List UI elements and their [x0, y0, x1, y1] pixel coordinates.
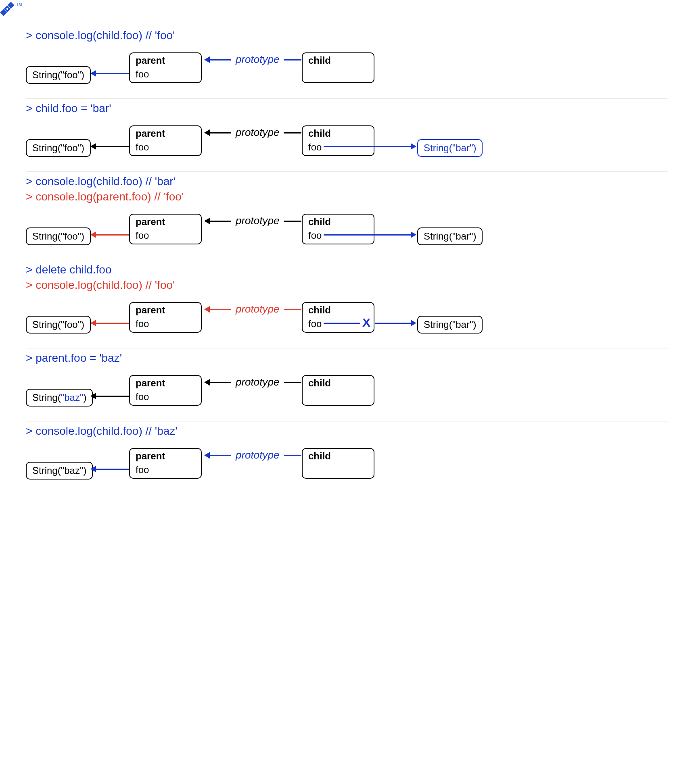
arrow-line	[324, 146, 411, 147]
child-label: child	[303, 126, 374, 141]
string-baz-box: String("baz")	[26, 462, 93, 480]
child-label: child	[303, 215, 374, 229]
logo-icon	[0, 0, 16, 20]
parent-foo-row: foo	[130, 141, 201, 155]
arrow-line	[210, 221, 231, 222]
parent-box: parent foo	[129, 302, 202, 333]
arrow-head	[204, 379, 210, 386]
baz-suffix: )	[83, 465, 86, 476]
parent-label: parent	[130, 53, 201, 68]
parent-foo-row: foo	[130, 463, 201, 478]
arrow-head	[204, 56, 210, 63]
child-box: child foo	[302, 125, 374, 156]
arrow-line	[96, 234, 129, 236]
child-empty-row	[303, 68, 374, 82]
arrow-line	[96, 73, 129, 74]
diagram-5: String("baz") parent foo child prototype	[26, 373, 668, 413]
arrow-line	[96, 396, 129, 397]
x-icon: X	[362, 316, 370, 329]
arrow-line	[284, 221, 301, 222]
arrow-head	[90, 393, 96, 399]
cmd-line: > console.log(parent.foo) // 'foo'	[26, 190, 668, 203]
section-1: > console.log(child.foo) // 'foo' String…	[26, 29, 668, 99]
arrow-line	[96, 469, 129, 470]
baz-prefix: String(	[32, 392, 61, 403]
parent-box: parent foo	[129, 125, 202, 156]
arrow-head	[411, 143, 416, 150]
child-foo-row: foo	[303, 141, 374, 155]
arrow-line	[210, 382, 231, 383]
arrow-head	[90, 231, 96, 238]
arrow-line	[210, 59, 231, 60]
arrow-line	[284, 59, 301, 60]
child-empty-row	[303, 463, 374, 478]
child-label: child	[303, 53, 374, 68]
prototype-label: prototype	[236, 449, 279, 461]
parent-foo-row: foo	[130, 317, 201, 332]
parent-label: parent	[130, 303, 201, 317]
prototype-label: prototype	[236, 215, 279, 227]
cmd-line: > parent.foo = 'baz'	[26, 352, 668, 365]
arrow-line	[324, 234, 411, 236]
baz-value: "baz"	[61, 465, 84, 476]
arrow-head	[90, 143, 96, 150]
child-label: child	[303, 376, 374, 390]
section-4: > delete child.foo > console.log(child.f…	[26, 263, 668, 348]
cmd-line: > console.log(child.foo) // 'foo'	[26, 279, 668, 292]
section-3: > console.log(child.foo) // 'bar' > cons…	[26, 175, 668, 260]
child-empty-row	[303, 390, 374, 405]
child-box: child foo	[302, 214, 374, 244]
parent-label: parent	[130, 126, 201, 141]
arrow-line	[284, 309, 301, 310]
arrow-line	[210, 309, 231, 310]
parent-box: parent foo	[129, 52, 202, 83]
cmd-line: > console.log(child.foo) // 'foo'	[26, 29, 668, 42]
section-6: > console.log(child.foo) // 'baz' String…	[26, 425, 668, 494]
diagram-content: > console.log(child.foo) // 'foo' String…	[0, 0, 694, 513]
parent-label: parent	[130, 215, 201, 229]
prototype-label: prototype	[236, 303, 279, 315]
arrow-line	[375, 323, 411, 324]
arrow-line	[210, 455, 231, 456]
arrow-head	[204, 306, 210, 313]
arrow-line	[284, 382, 301, 383]
child-box: child	[302, 448, 374, 479]
arrow-head	[204, 452, 210, 459]
parent-box: parent foo	[129, 448, 202, 479]
parent-label: parent	[130, 449, 201, 463]
prototype-label: prototype	[236, 126, 279, 139]
section-5: > parent.foo = 'baz' String("baz") paren…	[26, 352, 668, 421]
logo-trademark: TM	[16, 2, 22, 7]
diagram-3: String("foo") parent foo child foo Strin…	[26, 211, 668, 252]
arrow-head	[90, 320, 96, 326]
prototype-label: prototype	[236, 376, 279, 388]
child-label: child	[303, 449, 374, 463]
baz-value: "baz"	[61, 392, 84, 403]
string-baz-box: String("baz")	[26, 389, 93, 407]
arrow-head	[204, 218, 210, 224]
baz-suffix: )	[83, 392, 86, 403]
cmd-line: > child.foo = 'bar'	[26, 102, 668, 115]
arrow-line	[210, 132, 231, 133]
arrow-line	[324, 323, 360, 324]
child-box: child	[302, 375, 374, 406]
arrow-head	[90, 466, 96, 472]
child-foo-row: foo	[303, 229, 374, 244]
string-bar-box: String("bar")	[417, 316, 483, 334]
parent-box: parent foo	[129, 214, 202, 244]
parent-foo-row: foo	[130, 68, 201, 82]
cmd-line: > delete child.foo	[26, 263, 668, 276]
diagram-4: String("foo") parent foo child foo Strin…	[26, 300, 668, 340]
string-foo-box: String("foo")	[26, 227, 91, 245]
string-foo-box: String("foo")	[26, 139, 91, 157]
diagram-1: String("foo") parent foo child prototype	[26, 50, 668, 90]
arrow-head	[204, 129, 210, 136]
arrow-head	[411, 320, 416, 326]
string-bar-box: String("bar")	[417, 227, 483, 245]
diagram-2: String("foo") parent foo child foo Strin…	[26, 123, 668, 163]
arrow-head	[90, 70, 96, 77]
string-foo-box: String("foo")	[26, 66, 91, 84]
cmd-line: > console.log(child.foo) // 'baz'	[26, 425, 668, 438]
parent-label: parent	[130, 376, 201, 390]
child-label: child	[303, 303, 374, 317]
